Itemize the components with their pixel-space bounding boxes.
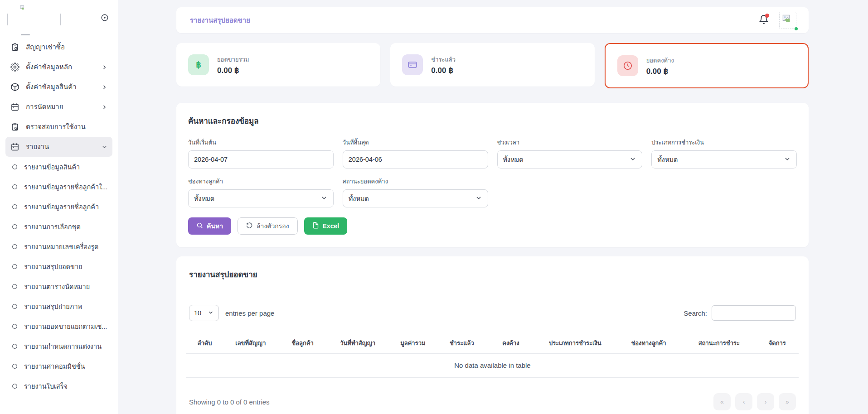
nav-sub-label: รายงานใบเสร็จ <box>24 381 68 391</box>
nav-label: ตรวจสอบการใช้งาน <box>26 121 108 132</box>
column-header[interactable]: ลำดับ <box>186 333 223 354</box>
sidebar-item-hire-purchase-contract[interactable]: สัญญาเช่าซื้อ <box>5 37 112 57</box>
calendar-icon <box>10 102 20 111</box>
end-date-input[interactable] <box>343 150 488 168</box>
sidebar-item-appointments[interactable]: การนัดหมาย <box>5 97 112 117</box>
file-icon <box>312 222 319 230</box>
sidebar-item-usage-audit[interactable]: ตรวจสอบการใช้งาน <box>5 117 112 137</box>
avatar-frame <box>779 12 796 29</box>
stat-text: ยอดคงค้าง 0.00 ฿ <box>646 56 674 76</box>
sidebar-subitem-photo-summary-report[interactable]: รายงานสรุปถ่ายภาพ <box>5 296 112 316</box>
column-header[interactable]: ประเภทการชำระเงิน <box>535 333 615 354</box>
pagination-prev-button[interactable]: ‹ <box>735 393 752 410</box>
page-size-select[interactable]: 10 <box>189 305 219 321</box>
table-title: รายงานสรุปยอดขาย <box>186 268 799 280</box>
nav-label: การนัดหมาย <box>26 101 95 112</box>
nav-label: ตั้งค่าข้อมูลสินค้า <box>26 82 95 92</box>
column-header[interactable]: จัดการ <box>756 333 799 354</box>
table-search-input[interactable] <box>712 305 796 321</box>
notification-badge <box>765 14 769 18</box>
sidebar-subitem-customer-list-report-2[interactable]: รายงานข้อมูลรายชื่อลูกค้า <box>5 197 112 217</box>
stat-value: 0.00 ฿ <box>646 67 674 76</box>
sidebar-subitem-wedding-schedule-report[interactable]: รายงานกำหนดการแต่งงาน <box>5 336 112 356</box>
nav-sub-label: รายงานข้อมูลรายชื่อลูกค้า <box>24 202 99 212</box>
circle-icon <box>12 204 18 210</box>
customer-channel-field: ช่องทางลูกค้า ทั้งหมด <box>188 177 334 207</box>
sidebar-subitem-customer-list-report-1[interactable]: รายงานข้อมูลรายชื่อลูกค้าใ... <box>5 177 112 197</box>
column-header[interactable]: เลขที่สัญญา <box>223 333 278 354</box>
button-label: ค้นหา <box>207 221 223 231</box>
field-label: ช่องทางลูกค้า <box>188 177 334 186</box>
stat-cards: ฿ ยอดขายรวม 0.00 ฿ ชำระแล้ว 0.00 ฿ ยอดคง… <box>176 43 809 88</box>
search-button[interactable]: ค้นหา <box>188 217 231 235</box>
stat-card-outstanding[interactable]: ยอดคงค้าง 0.00 ฿ <box>605 43 809 88</box>
customer-channel-select[interactable]: ทั้งหมด <box>188 189 334 207</box>
sidebar-toggle-button[interactable] <box>99 12 111 25</box>
excel-export-button[interactable]: Excel <box>304 217 348 235</box>
start-date-input[interactable] <box>188 150 334 168</box>
column-header[interactable]: ช่องทางลูกค้า <box>615 333 683 354</box>
column-header[interactable]: วันที่ทำสัญญา <box>327 333 388 354</box>
refresh-icon <box>246 222 253 230</box>
stat-card-paid[interactable]: ชำระแล้ว 0.00 ฿ <box>390 43 594 87</box>
notifications-button[interactable] <box>759 14 769 26</box>
column-header[interactable]: มูลค่ารวม <box>388 333 437 354</box>
sidebar-subitem-product-report[interactable]: รายงานข้อมูลสินค้า <box>5 157 112 177</box>
sidebar-subitem-machine-number-report[interactable]: รายงานหมายเลขเครื่องรูด <box>5 236 112 256</box>
payment-type-select[interactable]: ทั้งหมด <box>651 150 797 168</box>
package-icon <box>10 82 20 91</box>
stat-card-total-sales[interactable]: ฿ ยอดขายรวม 0.00 ฿ <box>176 43 380 87</box>
sales-summary-table: ลำดับ เลขที่สัญญา ชื่อลูกค้า วันที่ทำสัญ… <box>186 333 799 378</box>
credit-card-icon <box>402 54 423 75</box>
column-header[interactable]: ชำระแล้ว <box>437 333 486 354</box>
circle-icon <box>12 343 18 349</box>
pagination-last-button[interactable]: » <box>779 393 796 410</box>
select-value: ทั้งหมด <box>349 193 369 204</box>
report-table-card: รายงานสรุปยอดขาย 10 entries per page Sea… <box>176 256 809 414</box>
circle-icon <box>12 164 18 170</box>
nav-sub-label: รายงานกำหนดการแต่งงาน <box>24 341 102 351</box>
table-header-row: ลำดับ เลขที่สัญญา ชื่อลูกค้า วันที่ทำสัญ… <box>186 333 799 354</box>
pagination-first-button[interactable]: « <box>713 393 731 410</box>
column-header[interactable]: สถานะการชำระ <box>682 333 756 354</box>
sidebar-item-reports[interactable]: รายงาน <box>5 137 112 157</box>
search-label: Search: <box>684 309 707 317</box>
calendar-icon <box>10 142 20 151</box>
sidebar: สัญญาเช่าซื้อ ตั้งค่าข้อมูลหลัก ตั้งค่าข… <box>0 0 118 414</box>
sidebar-subitem-sales-summary-report[interactable]: รายงานสรุปยอดขาย <box>5 256 112 276</box>
sidebar-subitem-sales-by-sale-report[interactable]: รายงานยอดขายแยกตามเซ... <box>5 316 112 336</box>
sidebar-subitem-set-selection-report[interactable]: รายงานการเลือกชุด <box>5 217 112 236</box>
filter-title: ค้นหาและกรองข้อมูล <box>188 115 797 127</box>
logo-area <box>7 4 61 25</box>
chevron-down-icon <box>475 194 482 203</box>
showing-entries-text: Showing 0 to 0 of 0 entries <box>189 398 270 406</box>
clipboard-clock-icon <box>10 122 20 131</box>
select-value: ทั้งหมด <box>194 193 214 204</box>
payment-type-field: ประเภทการชำระเงิน ทั้งหมด <box>651 138 797 168</box>
nav-label: ตั้งค่าข้อมูลหลัก <box>26 62 95 72</box>
outstanding-status-select[interactable]: ทั้งหมด <box>343 189 488 207</box>
clear-filter-button[interactable]: ล้างตัวกรอง <box>238 217 297 235</box>
sidebar-subitem-appointment-schedule-report[interactable]: รายงานตารางนัดหมาย <box>5 276 112 296</box>
select-value: ทั้งหมด <box>503 154 524 165</box>
table-footer: Showing 0 to 0 of 0 entries « ‹ › » <box>186 393 799 410</box>
sidebar-subitem-receipt-report[interactable]: รายงานใบเสร็จ <box>5 376 112 396</box>
sidebar-item-product-data-settings[interactable]: ตั้งค่าข้อมูลสินค้า <box>5 77 112 97</box>
column-header[interactable]: ชื่อลูกค้า <box>278 333 327 354</box>
table-controls: 10 entries per page Search: <box>186 305 799 321</box>
nav-sub-label: รายงานค่าคอมมิชชั่น <box>24 361 85 371</box>
filter-grid: วันที่เริ่มต้น วันที่สิ้นสุด ช่วงเวลา ทั… <box>188 138 797 207</box>
broken-image-icon <box>19 5 61 13</box>
circle-icon <box>12 264 18 270</box>
sidebar-item-master-data-settings[interactable]: ตั้งค่าข้อมูลหลัก <box>5 57 112 77</box>
pagination-next-button[interactable]: › <box>757 393 774 410</box>
circle-dot-icon <box>101 16 109 23</box>
page-size-controls: 10 entries per page <box>189 305 274 321</box>
sidebar-subitem-commission-report[interactable]: รายงานค่าคอมมิชชั่น <box>5 356 112 376</box>
circle-icon <box>12 363 18 369</box>
stat-label: ยอดคงค้าง <box>646 56 674 65</box>
user-avatar[interactable] <box>779 11 797 29</box>
outstanding-status-field: สถานะยอดคงค้าง ทั้งหมด <box>343 177 488 207</box>
time-range-select[interactable]: ทั้งหมด <box>497 150 643 168</box>
column-header[interactable]: คงค้าง <box>486 333 535 354</box>
